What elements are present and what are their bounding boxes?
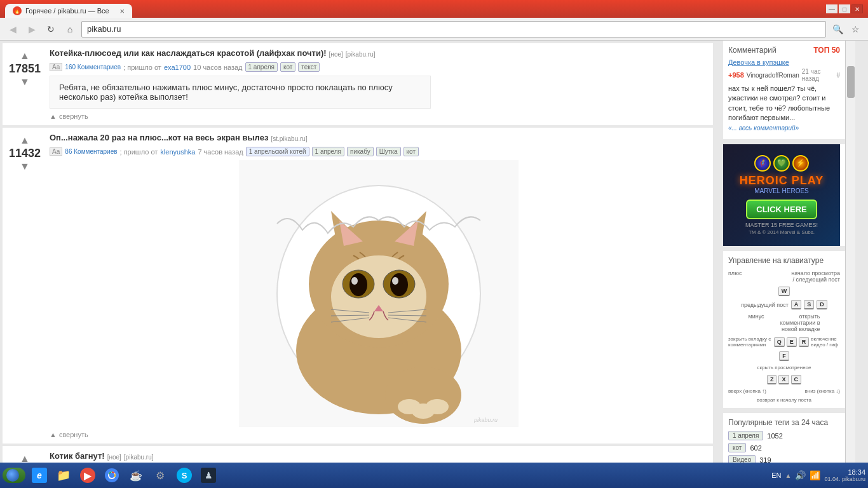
search-button[interactable]: 🔍: [830, 22, 845, 37]
ad-tm: TM & © 2014 Marvel & Subs.: [749, 229, 815, 235]
upvote-button-3[interactable]: ▲: [20, 454, 30, 463]
scrollbar-thumb[interactable]: [847, 66, 855, 98]
tag-text[interactable]: текст: [298, 62, 320, 72]
home-button[interactable]: ⌂: [62, 22, 78, 37]
svg-point-10: [392, 277, 398, 285]
ad-banner[interactable]: 🦸 💚 ⚡ HEROIC PLAY MARVEL HEROES CLICK HE…: [723, 144, 840, 246]
post-title-row: Котейка-плюсоед или как наслаждаться кра…: [50, 48, 708, 60]
top50-link[interactable]: ТОП 50: [813, 46, 840, 55]
tag-label-0[interactable]: 1 апреля: [728, 431, 763, 440]
favicon: 🔥: [13, 6, 22, 15]
tag-1-april[interactable]: 1 апреля: [245, 62, 278, 72]
url-text: pikabu.ru: [87, 24, 121, 34]
ad-header: 🦸 💚 ⚡: [754, 155, 809, 172]
post-source-2: [st.pikabu.ru]: [271, 135, 307, 142]
tag-april-2[interactable]: 1 апреля: [312, 147, 344, 156]
ad-hero-2: 💚: [773, 155, 790, 172]
meta-user-link[interactable]: exa1700: [164, 64, 191, 71]
forward-button[interactable]: ▶: [24, 22, 39, 37]
svg-point-9: [351, 277, 358, 285]
ad-section: 🦸 💚 ⚡ HEROIC PLAY MARVEL HEROES CLICK HE…: [723, 144, 845, 246]
taskbar-skype[interactable]: S: [173, 465, 196, 473]
tag-label-2[interactable]: Видео: [728, 455, 756, 463]
taskbar-java[interactable]: ☕: [125, 465, 147, 473]
keyboard-diagram: плюс начало просмотра / следующий пост W…: [728, 270, 840, 403]
meta-user-link-2[interactable]: klenyushka: [160, 148, 195, 156]
score-number-2: 11432: [9, 147, 41, 160]
tag-label-1[interactable]: кот: [728, 443, 746, 452]
kbd-zxc-row: Z X C: [728, 375, 840, 384]
downvote-button-2[interactable]: ▼: [20, 161, 30, 172]
taskbar-ie[interactable]: e: [28, 465, 51, 473]
taskbar-chrome[interactable]: [100, 465, 123, 473]
taskbar-config[interactable]: ⚙: [149, 465, 172, 473]
meta-time: 10 часов назад: [193, 64, 242, 71]
comment-more-anchor[interactable]: «... весь комментарий»: [728, 125, 799, 132]
media-icon: ▶: [80, 468, 95, 473]
taskbar-apps: e 📁 ▶ ☕ ⚙ S: [28, 465, 771, 473]
kbd-asd-row: предыдущий пост A S D: [728, 300, 840, 309]
post-title-link[interactable]: Котейка-плюсоед или как наслаждаться кра…: [50, 48, 327, 58]
close-button[interactable]: ✕: [851, 4, 863, 13]
chrome-icon: [104, 468, 119, 473]
downvote-button[interactable]: ▼: [20, 77, 30, 87]
minimize-button[interactable]: —: [826, 4, 837, 13]
tab-close-button[interactable]: ×: [119, 7, 125, 15]
taskbar-media[interactable]: ▶: [76, 465, 99, 473]
tag-count-0: 1052: [767, 432, 782, 440]
kbd-d: D: [817, 300, 827, 309]
comment-post-title[interactable]: Девочка в купэшке: [728, 58, 840, 66]
kbd-prev: предыдущий пост: [741, 302, 789, 308]
kbd-row-top: плюс начало просмотра / следующий пост: [728, 270, 840, 284]
bookmark-button[interactable]: ☆: [848, 22, 863, 37]
tag-pikabu[interactable]: пикабу: [347, 147, 374, 156]
start-button[interactable]: [3, 468, 25, 473]
taskbar-steam[interactable]: ♟: [197, 465, 220, 473]
post-title-row-3: Котик багнут! [ное] [pikabu.ru]: [50, 451, 708, 463]
upvote-button[interactable]: ▲: [20, 51, 30, 61]
ad-hero-3: ⚡: [792, 155, 809, 172]
meta-aa-2: Аа: [50, 147, 62, 156]
meta-comments-link[interactable]: 160 Комментариев: [65, 64, 121, 71]
ad-subtitle: MARVEL HEROES: [754, 187, 809, 194]
svg-point-7: [349, 273, 367, 296]
post-score-area: ▲ 17851 ▼: [3, 43, 47, 125]
collapse-button-2[interactable]: ▲свернуть: [50, 431, 708, 438]
comment-more-link[interactable]: «... весь комментарий»: [728, 125, 840, 132]
kbd-arrows-desc: вверх (кнопка ↑) вниз (кнопка ↓): [728, 388, 840, 394]
collapse-button[interactable]: ▲свернуть: [50, 112, 708, 120]
back-button[interactable]: ◀: [5, 22, 20, 37]
comment-score: +958: [728, 71, 744, 79]
address-bar[interactable]: pikabu.ru: [81, 21, 826, 37]
tag-cat-2[interactable]: кот: [403, 147, 419, 156]
popular-tags-section: Популярные теги за 24 часа 1 апреля 1052…: [723, 413, 845, 463]
taskbar-explorer[interactable]: 📁: [52, 465, 75, 473]
kbd-toggle: включение видео / гиф: [811, 336, 840, 348]
windows-orb: [6, 469, 19, 473]
post-title-link-3[interactable]: Котик багнут!: [50, 451, 105, 461]
steam-icon: ♟: [201, 468, 216, 473]
kbd-e: E: [787, 337, 797, 347]
ad-click-button[interactable]: CLICK HERE: [746, 200, 817, 219]
kbd-qerf-row: закрыть вкладку с комментариями Q E R вк…: [728, 336, 840, 348]
kbd-w-row: W: [728, 287, 840, 296]
upvote-button-2[interactable]: ▲: [20, 135, 30, 146]
tab-bar: 🔥 Горячее / pikabu.ru — Все ×: [5, 0, 826, 18]
tag-cat[interactable]: кот: [280, 62, 295, 72]
refresh-button[interactable]: ↻: [43, 22, 58, 37]
post-content-2: Оп...нажала 20 раз на плюс...кот на весь…: [47, 128, 713, 444]
tag-joke[interactable]: Шутка: [376, 147, 401, 156]
kbd-q: Q: [774, 337, 785, 347]
meta-comments-link-2[interactable]: 86 Комментариев: [65, 148, 117, 155]
browser-tab[interactable]: 🔥 Горячее / pikabu.ru — Все ×: [5, 4, 132, 18]
tag-item-1: кот 602: [728, 443, 840, 452]
tag-april-cat[interactable]: 1 апрельский котей: [246, 147, 309, 156]
browser-titlebar: 🔥 Горячее / pikabu.ru — Все × — □ ✕: [0, 0, 868, 18]
comment-thread: Девочка в купэшке +958 VinogradoffRoman …: [728, 58, 840, 132]
comment-hash: #: [836, 72, 840, 79]
maximize-button[interactable]: □: [839, 4, 850, 13]
vertical-scrollbar[interactable]: [845, 41, 855, 463]
kbd-desc-plus: плюс: [728, 270, 742, 284]
post-title-link-2[interactable]: Оп...нажала 20 раз на плюс...кот на весь…: [50, 133, 268, 142]
main-scrollable: ▲ 17851 ▼ Котейка-плюсоед или как наслаж…: [0, 41, 868, 463]
